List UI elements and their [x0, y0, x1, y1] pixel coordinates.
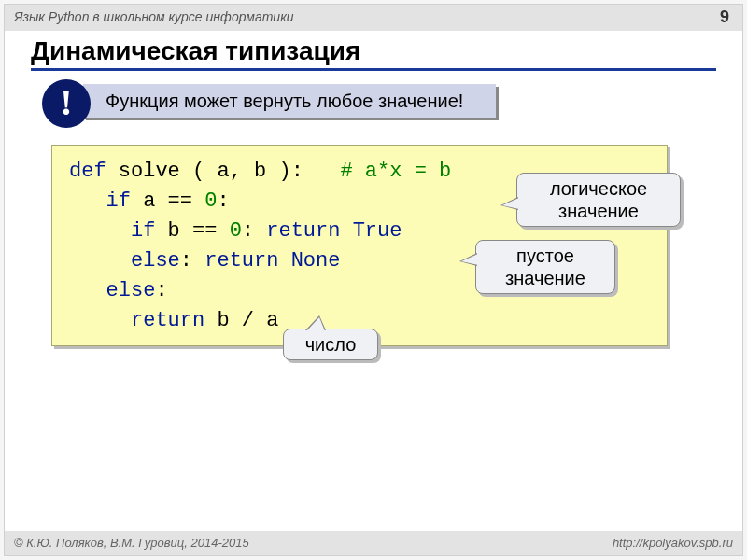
attention-banner: Функция может вернуть любое значение!	[83, 84, 496, 118]
code-text: :	[242, 219, 266, 243]
kw-if: if	[106, 189, 131, 213]
callout-number: число	[283, 329, 378, 360]
header-bar: Язык Python в школьном курсе информатики…	[5, 5, 742, 31]
kw-else: else	[106, 279, 156, 302]
kw-if: if	[131, 219, 155, 243]
code-text: solve ( a, b ):	[106, 160, 341, 183]
code-text: b / a	[204, 309, 278, 332]
kw-return: return	[266, 219, 340, 243]
code-text: :	[217, 189, 229, 213]
kw-else: else	[131, 249, 180, 273]
page-number: 9	[720, 7, 729, 27]
kw-def: def	[69, 160, 106, 183]
code-num: 0	[204, 189, 217, 213]
callout-empty: пустое значение	[475, 240, 615, 294]
callout-label: логическое значение	[530, 177, 667, 222]
kw-return: return	[131, 309, 204, 332]
callout-label: число	[305, 334, 357, 355]
footer-bar: © К.Ю. Поляков, В.М. Гуровиц, 2014-2015 …	[5, 531, 742, 555]
kw-return: return	[204, 249, 278, 273]
slide-title: Динамическая типизация	[31, 36, 716, 71]
footer-url: http://kpolyakov.spb.ru	[613, 536, 733, 550]
slide: Язык Python в школьном курсе информатики…	[4, 4, 743, 556]
code-text: :	[180, 249, 204, 273]
attention-icon: !	[42, 79, 91, 128]
callout-logical: логическое значение	[516, 173, 681, 227]
code-text: :	[155, 279, 167, 302]
code-comment: # a*x = b	[340, 160, 451, 183]
footer-copyright: © К.Ю. Поляков, В.М. Гуровиц, 2014-2015	[14, 536, 249, 550]
code-num: 0	[230, 219, 242, 243]
callout-label: пустое значение	[489, 245, 601, 289]
code-true: True	[340, 219, 402, 243]
header-course: Язык Python в школьном курсе информатики	[14, 9, 294, 24]
code-text: b ==	[155, 219, 229, 243]
code-text: a ==	[131, 189, 204, 213]
code-none: None	[278, 249, 340, 273]
